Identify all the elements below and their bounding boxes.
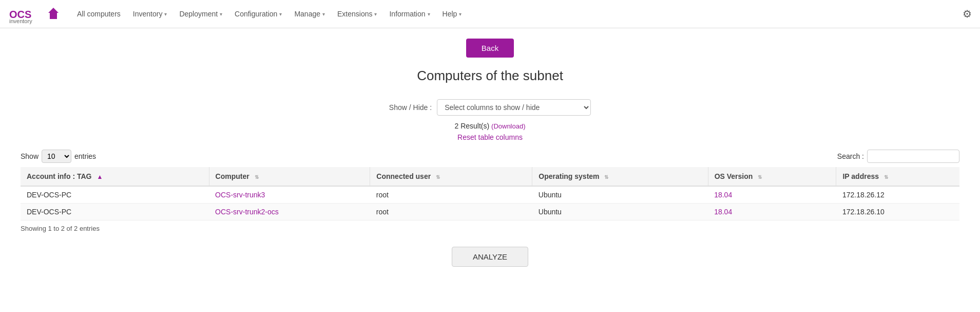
help-caret: ▾ [459,11,462,17]
nav-extensions[interactable]: Extensions ▾ [332,7,382,21]
cell-ip-address: 172.18.26.10 [836,204,959,221]
cell-os-version: 18.04 [708,204,836,221]
page-title: Computers of the subnet [21,68,959,84]
nav-links: All computers Inventory ▾ Deployment ▾ C… [72,7,963,21]
col-os-version[interactable]: OS Version ⇅ [708,167,836,186]
configuration-caret: ▾ [279,11,282,17]
nav-inventory[interactable]: Inventory ▾ [128,7,172,21]
sort-both-icon-osver: ⇅ [758,174,762,180]
entries-label: entries [74,152,96,160]
sort-both-icon-ip: ⇅ [884,174,888,180]
nav-deployment[interactable]: Deployment ▾ [174,7,227,21]
manage-caret: ▾ [322,11,325,17]
cell-operating-system: Ubuntu [532,204,708,221]
search-control: Search : [837,150,959,163]
computer-link[interactable]: OCS-srv-trunk2-ocs [215,208,279,216]
cell-computer: OCS-srv-trunk3 [209,186,370,204]
sort-both-icon-user: ⇅ [436,174,440,180]
cell-computer: OCS-srv-trunk2-ocs [209,204,370,221]
results-info: 2 Result(s) (Download) [21,122,959,130]
main-content: Back Computers of the subnet Show / Hide… [0,28,980,277]
table-row: DEV-OCS-PC OCS-srv-trunk3 root Ubuntu 18… [21,186,959,204]
nav-information[interactable]: Information ▾ [384,7,435,21]
show-hide-select[interactable]: Select columns to show / hide [437,99,591,116]
logo-svg: OCS inventory [8,4,60,24]
cell-connected-user: root [370,204,532,221]
sort-both-icon-computer: ⇅ [255,174,259,180]
download-link[interactable]: (Download) [491,122,525,130]
show-hide-row: Show / Hide : Select columns to show / h… [21,99,959,116]
cell-account-tag: DEV-OCS-PC [21,186,209,204]
analyze-btn-container: ANALYZE [21,247,959,267]
table-footer: Showing 1 to 2 of 2 entries [21,221,959,236]
information-caret: ▾ [428,11,430,17]
col-connected-user[interactable]: Connected user ⇅ [370,167,532,186]
cell-connected-user: root [370,186,532,204]
back-button[interactable]: Back [466,39,514,58]
table-row: DEV-OCS-PC OCS-srv-trunk2-ocs root Ubunt… [21,204,959,221]
results-count: 2 [454,122,458,130]
nav-configuration[interactable]: Configuration ▾ [229,7,287,21]
computer-link[interactable]: OCS-srv-trunk3 [215,191,265,199]
analyze-button[interactable]: ANALYZE [452,247,528,267]
reset-columns-link[interactable]: Reset table columns [21,133,959,141]
nav-all-computers[interactable]: All computers [72,7,126,21]
settings-icon[interactable]: ⚙ [963,8,972,20]
svg-text:inventory: inventory [9,18,32,24]
deployment-caret: ▾ [220,11,222,17]
col-operating-system[interactable]: Operating system ⇅ [532,167,708,186]
col-computer[interactable]: Computer ⇅ [209,167,370,186]
nav-help[interactable]: Help ▾ [437,7,467,21]
table-header-row: Account info : TAG ▲ Computer ⇅ Connecte… [21,167,959,186]
entries-select[interactable]: 10 25 50 100 [42,150,71,163]
svg-marker-1 [48,8,59,19]
data-table: Account info : TAG ▲ Computer ⇅ Connecte… [21,167,959,221]
back-btn-container: Back [21,39,959,58]
table-controls: Show 10 25 50 100 entries Search : [21,150,959,163]
navbar: OCS inventory All computers Inventory ▾ … [0,0,980,28]
sort-asc-icon: ▲ [97,173,103,180]
cell-operating-system: Ubuntu [532,186,708,204]
cell-ip-address: 172.18.26.12 [836,186,959,204]
cell-os-version: 18.04 [708,186,836,204]
brand-logo[interactable]: OCS inventory [8,4,60,24]
nav-manage[interactable]: Manage ▾ [289,7,330,21]
sort-both-icon-os: ⇅ [604,174,608,180]
extensions-caret: ▾ [374,11,377,17]
col-ip-address[interactable]: IP address ⇅ [836,167,959,186]
col-account-tag[interactable]: Account info : TAG ▲ [21,167,209,186]
show-hide-label: Show / Hide : [389,103,432,112]
entries-control: Show 10 25 50 100 entries [21,150,96,163]
cell-account-tag: DEV-OCS-PC [21,204,209,221]
show-label: Show [21,152,39,160]
search-input[interactable] [867,150,959,163]
search-label: Search : [837,152,864,160]
inventory-caret: ▾ [164,11,167,17]
